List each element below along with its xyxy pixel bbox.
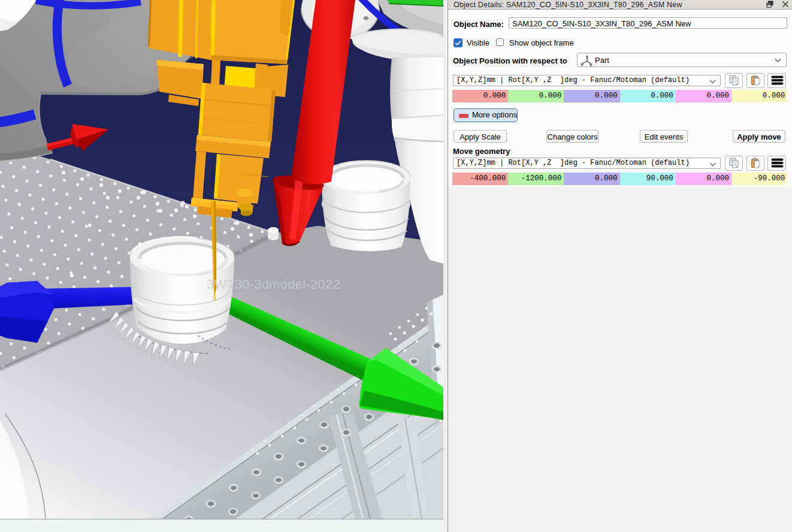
svg-text:3WT30-3dmodel-2022: 3WT30-3dmodel-2022: [207, 277, 340, 292]
